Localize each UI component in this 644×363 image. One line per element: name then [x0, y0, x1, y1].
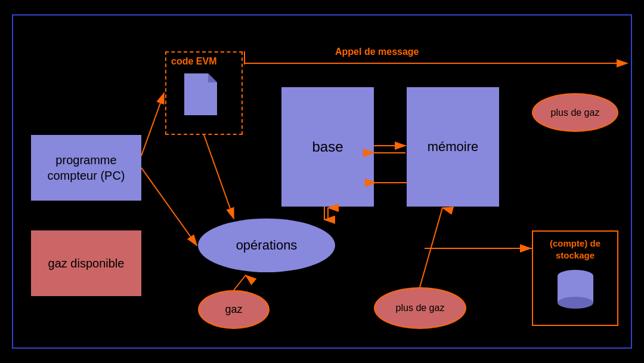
appel-message-label: Appel de message — [335, 47, 419, 57]
plus-gaz-top-label: plus de gaz — [551, 107, 600, 118]
box-code-evm: code EVM — [165, 51, 243, 135]
box-gaz-disponible: gaz disponible — [31, 230, 141, 296]
svg-line-9 — [141, 168, 197, 245]
gaz-disponible-label: gaz disponible — [48, 256, 125, 271]
ellipse-gaz: gaz — [198, 290, 270, 329]
box-compte-stockage: (compte) de stockage — [532, 230, 618, 326]
database-icon — [555, 267, 596, 315]
plus-gaz-bottom-label: plus de gaz — [396, 303, 445, 313]
box-programme-compteur: programme compteur (PC) — [31, 135, 141, 201]
code-evm-label: code EVM — [171, 56, 216, 67]
svg-marker-1 — [208, 73, 217, 82]
ellipse-plus-gaz-top: plus de gaz — [532, 93, 618, 132]
base-label: base — [312, 139, 343, 155]
svg-line-16 — [234, 275, 246, 290]
operations-label: opérations — [236, 238, 298, 253]
pc-label: programme compteur (PC) — [31, 152, 141, 183]
ellipse-operations: opérations — [198, 219, 335, 272]
svg-line-17 — [420, 208, 442, 287]
box-memoire: mémoire — [407, 87, 499, 207]
memoire-label: mémoire — [428, 139, 479, 155]
document-icon — [184, 73, 217, 115]
compte-stockage-label: (compte) de stockage — [533, 238, 617, 261]
svg-point-4 — [558, 297, 593, 309]
svg-line-10 — [204, 135, 234, 219]
svg-line-23 — [141, 93, 164, 156]
ellipse-plus-gaz-bottom: plus de gaz — [374, 287, 466, 329]
main-container: programme compteur (PC) gaz disponible c… — [12, 14, 632, 349]
box-base: base — [281, 87, 374, 207]
gaz-label: gaz — [225, 303, 242, 316]
